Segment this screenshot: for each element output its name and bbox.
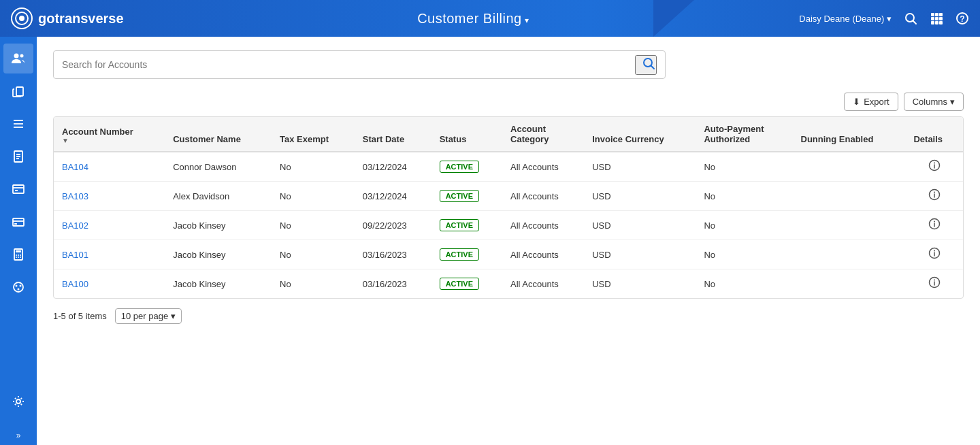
app-name: gotransverse [38, 11, 124, 27]
sidebar-item-calc[interactable] [3, 240, 33, 269]
title-dropdown-arrow: ▾ [525, 16, 529, 25]
svg-rect-11 [935, 21, 938, 24]
cell-invoice-currency: USD [584, 182, 696, 211]
svg-text:?: ? [960, 14, 964, 24]
cell-status: ACTIVE [431, 152, 502, 182]
sidebar-item-settings[interactable] [3, 386, 33, 416]
sidebar-item-billing[interactable] [3, 174, 33, 204]
table-row: BA101 Jacob Kinsey No 03/16/2023 ACTIVE … [54, 240, 963, 269]
svg-point-54 [934, 221, 935, 222]
search-input[interactable] [62, 59, 635, 70]
cell-start-date: 03/12/2024 [355, 152, 431, 182]
sidebar-expand-button[interactable]: » [3, 426, 33, 445]
search-button[interactable] [635, 55, 657, 75]
svg-rect-10 [931, 21, 934, 24]
svg-point-33 [16, 254, 17, 256]
col-customer-name[interactable]: Customer Name [165, 117, 272, 152]
search-icon[interactable] [904, 12, 917, 25]
cell-tax-exempt: No [272, 240, 355, 269]
cell-account-category: All Accounts [502, 152, 584, 182]
cell-invoice-currency: USD [584, 269, 696, 299]
columns-button[interactable]: Columns ▾ [904, 93, 964, 111]
account-search-bar [53, 50, 666, 79]
sidebar-item-copy[interactable] [3, 76, 33, 106]
export-button[interactable]: ⬇ Export [844, 93, 898, 111]
cell-account-category: All Accounts [502, 182, 584, 211]
app-logo[interactable]: gotransverse [11, 7, 147, 29]
top-navigation: gotransverse Customer Billing▾ Daisy Dea… [0, 0, 980, 37]
cell-account-number[interactable]: BA102 [54, 211, 165, 240]
svg-rect-7 [931, 17, 934, 20]
svg-point-16 [20, 54, 24, 58]
help-icon[interactable]: ? [956, 12, 969, 25]
svg-point-42 [18, 289, 20, 291]
svg-rect-9 [939, 17, 943, 20]
main-content: ⬇ Export Columns ▾ Account Number ▼ Cust… [37, 37, 980, 445]
svg-rect-12 [939, 21, 943, 24]
col-account-category[interactable]: AccountCategory [502, 117, 584, 152]
cell-status: ACTIVE [431, 269, 502, 299]
pagination-summary: 1-5 of 5 items [53, 311, 107, 321]
svg-point-37 [18, 257, 19, 258]
info-icon[interactable] [928, 162, 941, 174]
cell-details[interactable] [905, 152, 963, 182]
cell-account-number[interactable]: BA100 [54, 269, 165, 299]
cell-account-category: All Accounts [502, 211, 584, 240]
cell-details[interactable] [905, 269, 963, 299]
col-start-date[interactable]: Start Date [355, 117, 431, 152]
info-icon[interactable] [928, 250, 941, 261]
sidebar-item-card[interactable] [3, 207, 33, 237]
sidebar-item-list[interactable] [3, 109, 33, 139]
svg-rect-28 [13, 218, 24, 226]
sort-icon: ▼ [62, 137, 157, 144]
svg-line-3 [913, 21, 917, 24]
grid-icon[interactable] [930, 12, 943, 25]
cell-details[interactable] [905, 240, 963, 269]
cell-status: ACTIVE [431, 182, 502, 211]
cell-details[interactable] [905, 182, 963, 211]
col-account-number[interactable]: Account Number ▼ [54, 117, 165, 152]
cell-status: ACTIVE [431, 240, 502, 269]
cell-account-category: All Accounts [502, 240, 584, 269]
col-status[interactable]: Status [431, 117, 502, 152]
page-title[interactable]: Customer Billing▾ [147, 11, 799, 27]
col-invoice-currency[interactable]: Invoice Currency [584, 117, 696, 152]
cell-auto-payment: No [696, 182, 792, 211]
info-icon[interactable] [928, 220, 941, 232]
cell-auto-payment: No [696, 211, 792, 240]
svg-rect-6 [939, 13, 943, 16]
table-row: BA104 Connor Dawson No 03/12/2024 ACTIVE… [54, 152, 963, 182]
sidebar-item-palette[interactable] [3, 272, 33, 302]
cell-status: ACTIVE [431, 211, 502, 240]
svg-point-39 [14, 282, 23, 292]
svg-point-41 [20, 285, 22, 287]
sidebar-item-people[interactable] [3, 44, 33, 73]
cell-dunning-enabled [793, 240, 906, 269]
cell-details[interactable] [905, 211, 963, 240]
cell-account-number[interactable]: BA104 [54, 152, 165, 182]
svg-rect-30 [14, 223, 17, 225]
cell-dunning-enabled [793, 152, 906, 182]
col-details[interactable]: Details [905, 117, 963, 152]
cell-tax-exempt: No [272, 152, 355, 182]
sidebar-item-document[interactable] [3, 142, 33, 171]
export-icon: ⬇ [853, 97, 860, 107]
info-icon[interactable] [928, 191, 941, 203]
cell-account-number[interactable]: BA103 [54, 182, 165, 211]
info-icon[interactable] [928, 279, 941, 291]
svg-point-35 [20, 254, 21, 256]
col-dunning-enabled[interactable]: Dunning Enabled [793, 117, 906, 152]
per-page-selector[interactable]: 10 per page ▾ [115, 308, 182, 324]
cell-account-number[interactable]: BA101 [54, 240, 165, 269]
table-row: BA103 Alex Davidson No 03/12/2024 ACTIVE… [54, 182, 963, 211]
cell-customer-name: Jacob Kinsey [165, 211, 272, 240]
user-menu[interactable]: Daisy Deane (Deane) ▾ [799, 14, 892, 24]
top-nav-right: Daisy Deane (Deane) ▾ [799, 12, 969, 25]
col-tax-exempt[interactable]: Tax Exempt [272, 117, 355, 152]
svg-point-36 [16, 257, 17, 258]
cell-dunning-enabled [793, 182, 906, 211]
logo-icon [11, 7, 33, 29]
svg-point-57 [934, 250, 935, 252]
cell-customer-name: Connor Dawson [165, 152, 272, 182]
col-auto-payment[interactable]: Auto-PaymentAuthorized [696, 117, 792, 152]
